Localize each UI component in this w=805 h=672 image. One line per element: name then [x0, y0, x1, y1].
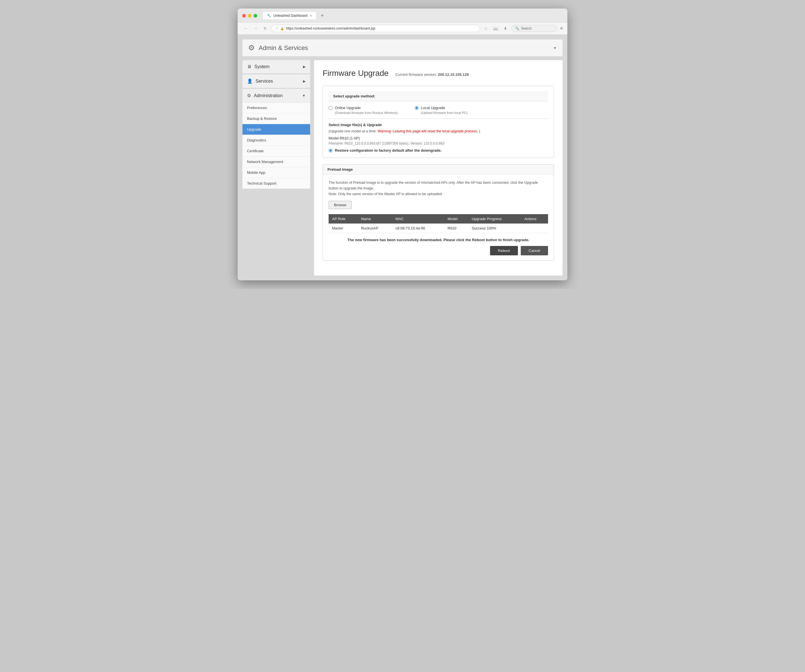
traffic-lights	[242, 14, 257, 18]
sidebar-item-preferences[interactable]: Preferences	[243, 103, 310, 113]
sidebar: 🖥 System ▶ 👤 Services ▶	[242, 60, 310, 189]
sidebar-item-network-management[interactable]: Network Management	[243, 156, 310, 167]
sidebar-section-services: 👤 Services ▶	[242, 74, 310, 88]
warning-text: Warning: Leaving this page will reset th…	[378, 129, 478, 133]
services-icon: 👤	[247, 79, 253, 84]
sidebar-item-mobile-app[interactable]: Mobile App	[243, 167, 310, 178]
upgrade-methods: Online Upgrade (Download firmware from R…	[329, 106, 548, 115]
sidebar-item-upgrade[interactable]: Upgrade	[243, 124, 310, 135]
menu-button[interactable]: ≡	[560, 26, 563, 31]
preload-section: Preload Image The function of Preload Im…	[323, 164, 554, 261]
security-icon: 🛡	[276, 27, 279, 30]
col-name: Name	[358, 214, 392, 223]
table-row: Master RuckusAP c8:08:73:15:4a:90 R610 S…	[329, 223, 548, 233]
sidebar-admin-header[interactable]: ⚙ Administration ▼	[243, 89, 310, 102]
minimize-button[interactable]	[248, 14, 251, 18]
sidebar-services-header[interactable]: 👤 Services ▶	[243, 74, 310, 88]
cell-actions	[521, 223, 548, 233]
admin-icon: ⚙	[247, 93, 251, 98]
restore-radio[interactable]	[329, 149, 333, 152]
col-ap-role: AP Role	[329, 214, 358, 223]
sidebar-section-system: 🖥 System ▶	[242, 60, 310, 74]
reboot-button[interactable]: Reboot	[490, 246, 518, 255]
monitor-icon: 🖥	[247, 64, 251, 69]
online-upgrade-option: Online Upgrade (Download firmware from R…	[329, 106, 398, 115]
sidebar-item-technical-support[interactable]: Technical Support	[243, 178, 310, 188]
success-message: The new firmware has been successfully d…	[329, 238, 548, 242]
address-bar[interactable]: 🛡 🔒 https://unleashed.ruckuswireless.com…	[271, 25, 480, 32]
search-box[interactable]: 🔍 Search	[511, 25, 557, 32]
restore-row: Restore configuration to factory default…	[329, 148, 548, 152]
gear-icon: ⚙	[248, 43, 255, 52]
browse-button[interactable]: Browse	[329, 201, 352, 209]
firmware-version-label: Current firmware version: 200.12.10.105.…	[395, 72, 469, 77]
tab-title: Unleashed Dashboard	[273, 14, 307, 18]
sidebar-admin-label: Administration	[254, 93, 283, 98]
filename-label: Filename: R610_110.0.0.0.663.bl7 (126873…	[329, 141, 548, 146]
select-image-title: Select image file(s) & Upgrade	[329, 123, 548, 127]
browser-tab[interactable]: 🔧 Unleashed Dashboard ✕	[263, 12, 316, 19]
header-dropdown-icon[interactable]: ▼	[553, 46, 557, 50]
search-placeholder: Search	[521, 26, 532, 30]
restore-label: Restore configuration to factory default…	[335, 148, 442, 152]
reading-list-button[interactable]: 📖	[492, 25, 499, 32]
sidebar-system-header[interactable]: 🖥 System ▶	[243, 60, 310, 73]
close-button[interactable]	[242, 14, 246, 18]
app-title: Admin & Services	[259, 44, 308, 52]
cell-name: RuckusAP	[358, 223, 392, 233]
col-upgrade-progress: Upgrade Progress	[468, 214, 521, 223]
bookmark-button[interactable]: ☆	[482, 25, 490, 32]
search-icon: 🔍	[515, 26, 519, 30]
select-method-section: Select upgrade method: Online Upgrade (D…	[323, 86, 554, 158]
forward-button[interactable]: →	[252, 25, 259, 32]
preload-title: Preload Image	[323, 164, 554, 175]
cell-model: R610	[444, 223, 468, 233]
sidebar-item-diagnostics[interactable]: Diagnostics	[243, 135, 310, 146]
sidebar-item-certificate[interactable]: Certificate	[243, 146, 310, 156]
back-button[interactable]: ←	[242, 25, 250, 32]
app-header: ⚙ Admin & Services ▼	[242, 39, 563, 57]
image-warning: (Upgrade one model at a time. Warning: L…	[329, 129, 548, 133]
services-expand-icon: ▶	[303, 79, 306, 83]
page-header: Firmware Upgrade Current firmware versio…	[323, 69, 554, 78]
firmware-version-value: 200.12.10.105.129	[438, 72, 468, 77]
admin-expand-icon: ▼	[302, 94, 306, 98]
url-text: https://unleashed.ruckuswireless.com/adm…	[286, 26, 375, 30]
cell-mac: c8:08:73:15:4a:90	[392, 223, 444, 233]
sidebar-services-label: Services	[256, 79, 273, 84]
local-upgrade-option: Local Upgrade (Upload firmware from loca…	[415, 106, 468, 115]
cell-role: Master	[329, 223, 358, 233]
lock-icon: 🔒	[280, 27, 284, 30]
tab-close-button[interactable]: ✕	[310, 14, 312, 18]
select-method-title: Select upgrade method:	[329, 91, 548, 102]
sidebar-section-administration: ⚙ Administration ▼ Preferences Backup & …	[242, 89, 310, 189]
cancel-button[interactable]: Cancel	[521, 246, 548, 255]
admin-menu: Preferences Backup & Restore Upgrade Dia…	[243, 102, 310, 188]
col-model: Model	[444, 214, 468, 223]
model-label: Model R610 (1 AP)	[329, 136, 548, 140]
reload-button[interactable]: ↻	[261, 25, 269, 32]
system-expand-icon: ▶	[303, 65, 306, 69]
maximize-button[interactable]	[253, 14, 257, 18]
action-buttons: Reboot Cancel	[329, 246, 548, 255]
new-tab-button[interactable]: +	[320, 13, 324, 18]
upgrade-table: AP Role Name MAC Model Upgrade Progress …	[329, 214, 548, 233]
page-title: Firmware Upgrade	[323, 69, 389, 78]
tab-favicon: 🔧	[267, 14, 271, 18]
local-upgrade-radio[interactable]	[415, 106, 419, 110]
online-upgrade-sub: (Download firmware from Ruckus Wireless)	[329, 111, 398, 115]
col-mac: MAC	[392, 214, 444, 223]
content-area: Firmware Upgrade Current firmware versio…	[314, 60, 563, 276]
preload-desc: The function of Preload Image is to upgr…	[329, 180, 548, 197]
local-upgrade-sub: (Upload firmware from local PC)	[415, 111, 468, 115]
online-upgrade-label: Online Upgrade	[335, 106, 361, 110]
sidebar-item-backup-restore[interactable]: Backup & Restore	[243, 113, 310, 124]
cell-progress: Success 100%	[468, 223, 521, 233]
col-actions: Actions	[521, 214, 548, 223]
local-upgrade-label: Local Upgrade	[421, 106, 445, 110]
download-button[interactable]: ⬇	[502, 25, 509, 32]
sidebar-system-label: System	[255, 64, 269, 69]
online-upgrade-radio[interactable]	[329, 106, 333, 110]
